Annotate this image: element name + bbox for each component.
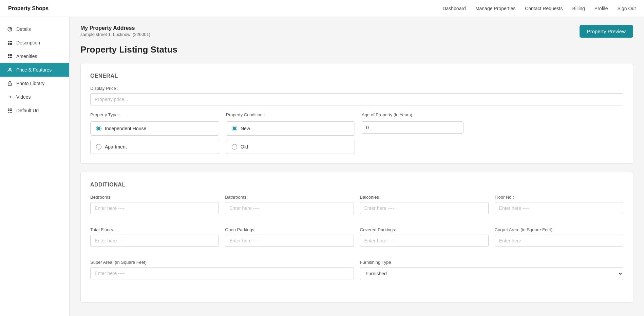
open-parkings-label: Open Parkings: xyxy=(225,227,354,232)
bathrooms-label: Bathrooms: xyxy=(225,195,354,200)
additional-row3: Super Area: (in Square Feet) Furnishing … xyxy=(90,260,623,287)
carpet-area-group: Carpet Area: (in Square Feet) xyxy=(495,227,623,247)
bedrooms-label: Bedrooms xyxy=(90,195,219,200)
additional-section-title: ADDITIONAL xyxy=(90,182,623,188)
super-area-input[interactable] xyxy=(90,267,354,279)
svg-rect-1 xyxy=(10,41,12,42)
age-input[interactable] xyxy=(362,121,463,134)
carpet-area-label: Carpet Area: (in Square Feet) xyxy=(495,227,623,232)
sidebar-label-amenities: Amenities xyxy=(16,54,37,59)
svg-rect-5 xyxy=(10,54,12,56)
property-address-block: My Property Address sample street 1, Luc… xyxy=(80,25,150,37)
default-url-icon xyxy=(7,107,13,114)
radio-apartment-label: Apartment xyxy=(105,144,127,150)
furnishing-type-select[interactable]: Furnished Semi-Furnished Unfurnished xyxy=(360,267,624,280)
property-type-row: Property Type : Independent House Apartm… xyxy=(90,112,623,154)
sidebar-item-description[interactable]: Description xyxy=(0,36,69,50)
property-preview-button[interactable]: Property Preview xyxy=(580,25,633,38)
bedrooms-group: Bedrooms xyxy=(90,195,219,214)
sidebar-item-videos[interactable]: Videos xyxy=(0,90,69,104)
property-condition-label: Property Condition : xyxy=(226,112,355,117)
sidebar-item-details[interactable]: Details xyxy=(0,22,69,36)
floor-no-group: Floor No : xyxy=(495,195,623,214)
bedrooms-input[interactable] xyxy=(90,202,219,214)
grid-icon xyxy=(7,40,13,46)
floor-no-label: Floor No : xyxy=(495,195,623,200)
main-content: My Property Address sample street 1, Luc… xyxy=(70,17,644,316)
display-price-input[interactable] xyxy=(90,93,623,105)
age-label: Age of Property (in Years): xyxy=(362,112,463,117)
nav-links: Dashboard Manage Properties Contact Requ… xyxy=(442,6,636,11)
property-header: My Property Address sample street 1, Luc… xyxy=(80,25,633,38)
property-address-title: My Property Address xyxy=(80,25,150,31)
sidebar-item-price-features[interactable]: Price & Features xyxy=(0,63,69,77)
general-section: GENERAL Display Price : Property Type : … xyxy=(80,63,633,164)
property-condition-col: Property Condition : New Old xyxy=(226,112,355,154)
sidebar-item-amenities[interactable]: Amenities xyxy=(0,50,69,63)
svg-rect-7 xyxy=(10,57,12,58)
nav-manage-properties[interactable]: Manage Properties xyxy=(475,6,515,11)
additional-row2: Total Floors Open Parkings: Covered Park… xyxy=(90,227,623,254)
svg-rect-11 xyxy=(8,108,10,110)
bathrooms-input[interactable] xyxy=(225,202,354,214)
property-condition-options: New Old xyxy=(226,121,355,154)
pie-icon xyxy=(7,26,13,32)
floor-no-input[interactable] xyxy=(495,202,623,214)
radio-independent-house-label: Independent House xyxy=(105,126,146,131)
sidebar-label-price-features: Price & Features xyxy=(16,67,52,73)
sidebar-item-photo-library[interactable]: Photo Library xyxy=(0,77,69,90)
total-floors-group: Total Floors xyxy=(90,227,219,247)
covered-parkings-input[interactable] xyxy=(360,235,489,247)
open-parkings-input[interactable] xyxy=(225,235,354,247)
property-address-sub: sample street 1, Lucknow, (226001) xyxy=(80,32,150,37)
total-floors-input[interactable] xyxy=(90,235,219,247)
svg-rect-4 xyxy=(8,54,10,56)
balconies-input[interactable] xyxy=(360,202,489,214)
property-type-options: Independent House Apartment xyxy=(90,121,219,154)
display-price-label: Display Price : xyxy=(90,86,623,91)
person-icon xyxy=(7,67,13,73)
total-floors-label: Total Floors xyxy=(90,227,219,232)
radio-independent-house[interactable]: Independent House xyxy=(90,121,219,136)
radio-independent-house-input[interactable] xyxy=(96,126,101,131)
radio-apartment[interactable]: Apartment xyxy=(90,140,219,154)
nav-contact-requests[interactable]: Contact Requests xyxy=(525,6,563,11)
radio-new-input[interactable] xyxy=(232,126,237,131)
radio-old-input[interactable] xyxy=(232,144,237,150)
lock-icon xyxy=(7,80,13,86)
radio-apartment-input[interactable] xyxy=(96,144,101,150)
display-price-group: Display Price : xyxy=(90,86,623,105)
svg-rect-14 xyxy=(10,110,12,111)
radio-old[interactable]: Old xyxy=(226,140,355,154)
svg-rect-0 xyxy=(8,41,10,42)
topnav: Property Shops Dashboard Manage Properti… xyxy=(0,0,644,17)
sidebar-label-details: Details xyxy=(16,26,31,32)
furnishing-type-label: Furnishing Type xyxy=(360,260,624,265)
age-of-property-col: Age of Property (in Years): xyxy=(362,112,463,154)
sidebar: Details Description xyxy=(0,17,70,316)
covered-parkings-label: Covered Parkings: xyxy=(360,227,489,232)
brand: Property Shops xyxy=(8,5,49,12)
videos-icon xyxy=(7,94,13,100)
sidebar-item-default-url[interactable]: Default Url xyxy=(0,104,69,117)
svg-point-8 xyxy=(9,68,11,70)
property-type-label: Property Type : xyxy=(90,112,219,117)
svg-rect-9 xyxy=(8,83,12,85)
svg-rect-12 xyxy=(10,108,12,110)
svg-rect-3 xyxy=(10,43,12,45)
super-area-group: Super Area: (in Square Feet) xyxy=(90,260,354,280)
radio-new[interactable]: New xyxy=(226,121,355,136)
additional-section: ADDITIONAL Bedrooms Bathrooms: Balconies… xyxy=(80,172,633,303)
general-section-title: GENERAL xyxy=(90,73,623,79)
nav-profile[interactable]: Profile xyxy=(594,6,608,11)
nav-billing[interactable]: Billing xyxy=(572,6,585,11)
balconies-label: Balconies xyxy=(360,195,489,200)
super-area-label: Super Area: (in Square Feet) xyxy=(90,260,354,265)
open-parkings-group: Open Parkings: xyxy=(225,227,354,247)
radio-old-label: Old xyxy=(241,144,248,150)
page-title: Property Listing Status xyxy=(80,44,633,55)
nav-dashboard[interactable]: Dashboard xyxy=(442,6,466,11)
nav-signout[interactable]: Sign Out xyxy=(618,6,636,11)
carpet-area-input[interactable] xyxy=(495,235,623,247)
sidebar-label-description: Description xyxy=(16,40,40,45)
